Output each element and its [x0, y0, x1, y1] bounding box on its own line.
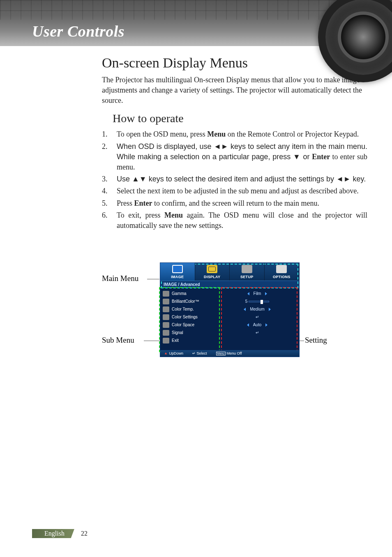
step-bold: Enter [312, 153, 330, 161]
tab-label: SETUP [240, 275, 254, 279]
step-text: Select the next item to be adjusted in t… [117, 187, 359, 195]
row-value: 5 [218, 299, 297, 304]
step-4: Select the next item to be adjusted in t… [102, 186, 367, 196]
enter-icon: ↵ [218, 315, 297, 319]
enter-icon: ↵ [218, 330, 297, 335]
step-text: To open the OSD menu, press [117, 130, 207, 138]
row-value: Medium [218, 307, 297, 311]
header-banner: User Controls [0, 0, 392, 46]
step-bold: Menu [207, 130, 226, 138]
step-2: When OSD is displayed, use ◄► keys to se… [102, 142, 367, 173]
step-text: on the Remote Control or Projector Keypa… [226, 130, 359, 138]
footer-page-number: 22 [74, 530, 88, 537]
tab-image[interactable]: IMAGE [160, 263, 195, 281]
display-icon [207, 265, 217, 273]
osd-hint-bar: 🔺 UpDown ↵ Select Menu Menu Off [160, 350, 299, 357]
tab-display[interactable]: DISPLAY [195, 263, 230, 281]
right-arrow-icon [265, 292, 267, 295]
setup-icon [242, 265, 252, 273]
step-1: To open the OSD menu, press Menu on the … [102, 129, 367, 139]
heading-2: How to operate [113, 112, 367, 125]
row-value: Film [218, 291, 297, 296]
tab-label: DISPLAY [204, 275, 220, 279]
footer-language: English [32, 529, 74, 538]
hint-select: ↵ Select [192, 351, 207, 355]
highlight-setting [221, 287, 297, 352]
step-text: to confirm, and the screen will return t… [152, 199, 319, 207]
highlight-sub-menu [159, 287, 220, 352]
label-sub-menu: Sub Menu [102, 336, 134, 345]
steps-list: To open the OSD menu, press Menu on the … [102, 129, 367, 231]
page-footer: English 22 [32, 529, 88, 538]
intro-paragraph: The Projector has multilingual On-screen… [102, 75, 367, 105]
right-arrow-icon [269, 308, 271, 311]
callout-line [147, 279, 159, 279]
tab-options[interactable]: OPTIONS [265, 263, 300, 281]
left-arrow-icon [247, 323, 249, 327]
content-area: On-screen Display Menus The Projector ha… [0, 46, 392, 231]
callout-line [144, 341, 159, 341]
hint-updown: 🔺 UpDown [164, 351, 183, 355]
left-arrow-icon [247, 292, 249, 295]
row-value: Auto [218, 323, 297, 327]
tab-label: IMAGE [171, 275, 184, 279]
osd-tab-row: IMAGE DISPLAY SETUP OPTIONS [160, 263, 299, 281]
osd-body: Gamma Film BrilliantColor™ 5 Color Temp.… [160, 288, 299, 357]
section-title: User Controls [32, 22, 125, 40]
tab-label: OPTIONS [273, 275, 291, 279]
step-3: Use ▲▼ keys to select the desired item a… [102, 174, 367, 184]
hint-menu-off: Menu Menu Off [216, 351, 242, 355]
step-text: To exit, press [117, 211, 164, 219]
label-setting: Setting [305, 336, 327, 345]
right-arrow-icon [265, 323, 267, 327]
step-text: Use ▲▼ keys to select the desired item a… [117, 175, 366, 183]
step-6: To exit, press Menu again. The OSD menu … [102, 210, 367, 231]
osd-screenshot: IMAGE DISPLAY SETUP OPTIONS IMAGE / Adva… [160, 262, 300, 357]
options-icon [276, 265, 287, 273]
tab-setup[interactable]: SETUP [230, 263, 265, 281]
step-bold: Menu [164, 211, 183, 219]
manual-page: User Controls On-screen Display Menus Th… [0, 0, 392, 557]
slider-icon [249, 301, 269, 302]
left-arrow-icon [244, 308, 246, 311]
step-text: Press [117, 199, 134, 207]
label-main-menu: Main Menu [102, 274, 138, 283]
step-5: Press Enter to confirm, and the screen w… [102, 198, 367, 209]
image-icon [172, 265, 183, 273]
step-bold: Enter [134, 199, 152, 207]
